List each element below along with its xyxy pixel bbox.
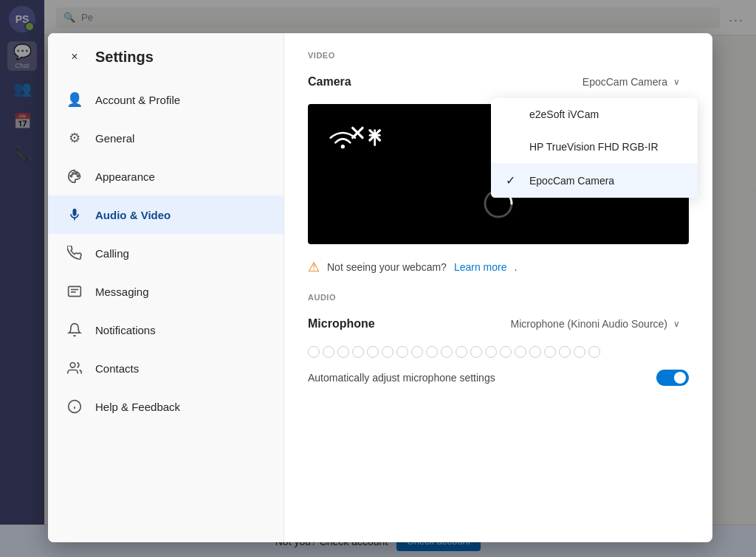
wifi-x-icon	[326, 122, 385, 159]
vol-dot	[588, 346, 600, 358]
settings-header: × Settings	[48, 45, 284, 80]
svg-point-7	[70, 363, 75, 368]
vol-dot	[323, 346, 334, 358]
auto-adjust-row: Automatically adjust microphone settings	[308, 370, 689, 386]
close-button[interactable]: ×	[63, 45, 86, 69]
vol-dot	[382, 346, 394, 358]
camera-option-epoccam[interactable]: ✓ EpocCam Camera	[491, 163, 698, 198]
settings-content: VIDEO Camera EpocCam Camera ∨	[284, 33, 712, 542]
sidebar-item-label: Notifications	[95, 324, 156, 336]
vol-dot	[500, 346, 512, 358]
vol-dot	[426, 346, 438, 358]
vol-dot	[367, 346, 379, 358]
sidebar-item-label: Appearance	[95, 170, 155, 183]
settings-title: Settings	[95, 49, 154, 66]
appearance-icon	[66, 167, 83, 185]
svg-point-2	[75, 173, 78, 175]
microphone-label: Microphone	[308, 317, 375, 331]
vol-dot	[529, 346, 541, 358]
webcam-warning-text: Not seeing your webcam?	[327, 261, 447, 273]
sidebar-item-label: General	[95, 132, 134, 145]
svg-point-3	[77, 175, 79, 177]
vol-dot	[544, 346, 556, 358]
help-icon	[66, 398, 83, 415]
svg-point-11	[341, 145, 345, 148]
vol-dot	[559, 346, 571, 358]
camera-option-label: HP TrueVision FHD RGB-IR	[529, 141, 683, 153]
vol-dot	[574, 346, 585, 358]
volume-meter	[308, 346, 689, 358]
camera-dropdown-button[interactable]: EpocCam Camera ∨	[574, 72, 689, 92]
vol-dot	[485, 346, 497, 358]
vol-dot	[308, 346, 320, 358]
vol-dot	[396, 346, 408, 358]
check-icon: ✓	[506, 173, 520, 187]
account-icon: 👤	[66, 91, 83, 108]
sidebar-item-label: Contacts	[95, 362, 139, 375]
settings-sidebar: × Settings 👤 Account & Profile ⚙ General	[48, 33, 284, 542]
camera-selected-value: EpocCam Camera	[583, 76, 667, 88]
camera-option-hp[interactable]: HP TrueVision FHD RGB-IR	[491, 131, 698, 163]
vol-dot	[337, 346, 349, 358]
settings-nav: 👤 Account & Profile ⚙ General Appe	[48, 80, 284, 530]
camera-row: Camera EpocCam Camera ∨	[308, 72, 689, 92]
sidebar-item-general[interactable]: ⚙ General	[48, 119, 284, 157]
vol-dot	[515, 346, 526, 358]
vol-dot	[352, 346, 364, 358]
sidebar-item-account[interactable]: 👤 Account & Profile	[48, 80, 284, 119]
sidebar-item-help[interactable]: Help & Feedback	[48, 387, 284, 426]
warning-icon: ⚠	[308, 259, 320, 275]
contacts-icon	[66, 359, 83, 377]
audio-video-icon	[66, 206, 83, 224]
sidebar-item-contacts[interactable]: Contacts	[48, 349, 284, 387]
camera-label: Camera	[308, 75, 351, 89]
chevron-down-icon: ∨	[673, 77, 680, 87]
sidebar-item-label: Messaging	[95, 286, 149, 298]
sidebar-item-label: Help & Feedback	[95, 401, 180, 413]
camera-option-ivcam[interactable]: e2eSoft iVCam	[491, 98, 698, 131]
sidebar-item-label: Calling	[95, 247, 129, 260]
sidebar-item-messaging[interactable]: Messaging	[48, 272, 284, 311]
svg-point-0	[70, 175, 72, 177]
microphone-row: Microphone Microphone (Kinoni Audio Sour…	[308, 314, 689, 334]
sidebar-item-label: Audio & Video	[95, 209, 171, 221]
auto-adjust-toggle[interactable]	[656, 370, 689, 386]
microphone-selected-value: Microphone (Kinoni Audio Source)	[511, 318, 667, 330]
webcam-warning: ⚠ Not seeing your webcam? Learn more .	[308, 259, 689, 275]
settings-dialog: × Settings 👤 Account & Profile ⚙ General	[48, 33, 712, 542]
vol-dot	[411, 346, 423, 358]
messaging-icon	[66, 283, 83, 300]
video-icons	[326, 122, 385, 159]
chevron-down-icon: ∨	[673, 319, 680, 329]
general-icon: ⚙	[66, 129, 83, 147]
sidebar-item-calling[interactable]: Calling	[48, 234, 284, 272]
video-section-label: VIDEO	[308, 51, 689, 60]
period: .	[514, 261, 517, 273]
learn-more-link[interactable]: Learn more	[454, 261, 507, 273]
camera-dropdown-menu: e2eSoft iVCam HP TrueVision FHD RGB-IR ✓…	[491, 98, 698, 198]
calling-icon	[66, 244, 83, 262]
svg-point-1	[72, 173, 75, 175]
camera-option-label: e2eSoft iVCam	[529, 108, 683, 120]
sidebar-item-audio-video[interactable]: Audio & Video	[48, 196, 284, 234]
sidebar-item-notifications[interactable]: Notifications	[48, 311, 284, 349]
sidebar-item-label: Account & Profile	[95, 94, 180, 106]
vol-dot	[441, 346, 453, 358]
microphone-dropdown-button[interactable]: Microphone (Kinoni Audio Source) ∨	[502, 314, 689, 334]
auto-adjust-label: Automatically adjust microphone settings	[308, 372, 495, 384]
notifications-icon	[66, 321, 83, 339]
audio-section-label: AUDIO	[308, 293, 689, 302]
sidebar-item-appearance[interactable]: Appearance	[48, 157, 284, 196]
camera-option-label: EpocCam Camera	[529, 175, 683, 187]
vol-dot	[456, 346, 467, 358]
vol-dot	[470, 346, 482, 358]
